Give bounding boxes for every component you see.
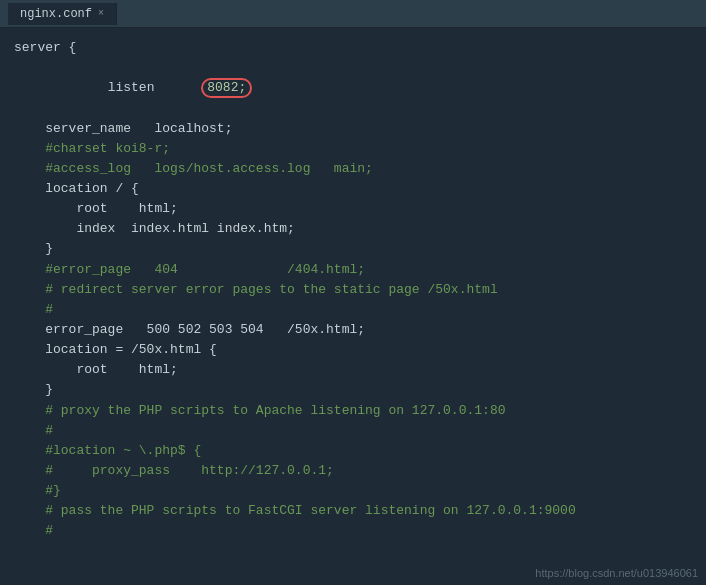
code-line: } [0, 239, 706, 259]
code-line: } [0, 380, 706, 400]
port-highlight: 8082; [201, 78, 252, 98]
window: nginx.conf × server { listen 8082; serve… [0, 0, 706, 585]
code-line: root html; [0, 199, 706, 219]
code-editor: server { listen 8082; server_name localh… [0, 28, 706, 585]
tab-close-button[interactable]: × [98, 8, 104, 19]
code-line: #charset koi8-r; [0, 139, 706, 159]
code-line-location1: location / { [0, 179, 706, 199]
code-line: #access_log logs/host.access.log main; [0, 159, 706, 179]
code-line: #} [0, 481, 706, 501]
code-line-redirect: # redirect server error pages to the sta… [0, 280, 706, 300]
code-line: index index.html index.htm; [0, 219, 706, 239]
code-line: # [0, 421, 706, 441]
code-line: #error_page 404 /404.html; [0, 260, 706, 280]
code-line-listen: listen 8082; [0, 58, 706, 118]
code-line: # pass the PHP scripts to FastCGI server… [0, 501, 706, 521]
code-line: # [0, 300, 706, 320]
code-line-location2: location = /50x.html { [0, 340, 706, 360]
code-line: # proxy_pass http://127.0.0.1; [0, 461, 706, 481]
code-line: #location ~ \.php$ { [0, 441, 706, 461]
code-line: root html; [0, 360, 706, 380]
code-line: server { [0, 38, 706, 58]
code-line: error_page 500 502 503 504 /50x.html; [0, 320, 706, 340]
file-tab[interactable]: nginx.conf × [8, 3, 117, 25]
watermark: https://blog.csdn.net/u013946061 [535, 567, 698, 579]
code-line: # proxy the PHP scripts to Apache listen… [0, 401, 706, 421]
title-bar: nginx.conf × [0, 0, 706, 28]
tab-filename: nginx.conf [20, 7, 92, 21]
code-line: server_name localhost; [0, 119, 706, 139]
code-line: # [0, 521, 706, 541]
